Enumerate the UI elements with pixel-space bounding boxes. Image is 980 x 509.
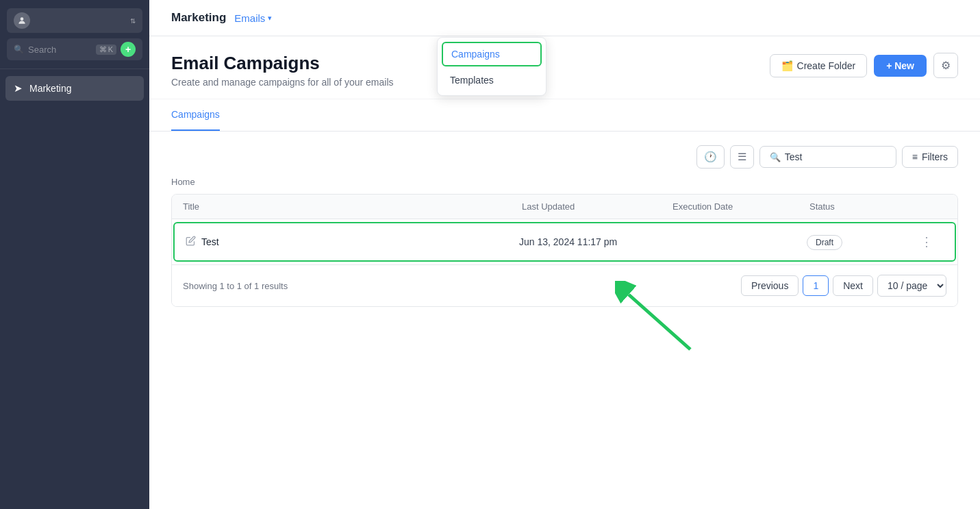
search-input-icon: 🔍 xyxy=(770,152,781,162)
campaigns-table: Title Last Updated Execution Date Status… xyxy=(171,194,958,307)
row-more-button[interactable]: ⋮ xyxy=(916,233,937,251)
settings-button[interactable]: ⚙ xyxy=(933,53,958,78)
previous-button[interactable]: Previous xyxy=(741,275,799,296)
folder-icon: 🗂️ xyxy=(781,60,793,71)
sidebar-item-label: Marketing xyxy=(29,83,71,94)
next-button[interactable]: Next xyxy=(833,275,873,296)
sidebar-add-button[interactable]: + xyxy=(121,42,136,57)
search-bar[interactable]: 🔍 Search ⌘ K + xyxy=(7,38,142,60)
table-row[interactable]: Test Jun 13, 2024 11:17 pm Draft ⋮ xyxy=(173,222,956,262)
new-button-label: + New xyxy=(886,60,914,71)
search-placeholder-text: Search xyxy=(28,45,92,55)
svg-point-0 xyxy=(21,17,24,21)
page-title-area: Email Campaigns Create and manage campai… xyxy=(171,53,394,88)
main-content: Marketing Emails ▾ Campaigns Templates E… xyxy=(149,0,980,509)
page-actions: 🗂️ Create Folder + New ⚙ xyxy=(770,53,958,78)
row-actions-cell: ⋮ xyxy=(916,233,944,251)
dropdown-chevron-icon: ▾ xyxy=(268,14,272,23)
dropdown-item-templates[interactable]: Templates xyxy=(438,68,546,92)
filters-label: Filters xyxy=(922,151,948,162)
header-status-col: Status xyxy=(809,201,919,212)
chevron-updown-icon: ⇅ xyxy=(130,17,136,25)
list-view-button[interactable]: ☰ xyxy=(730,145,754,169)
account-switcher[interactable]: ⇅ xyxy=(7,8,142,33)
filters-button[interactable]: ≡ Filters xyxy=(902,146,958,168)
table-header-row: Title Last Updated Execution Date Status xyxy=(172,195,957,219)
sidebar: ⇅ 🔍 Search ⌘ K + ➤ Marketing xyxy=(0,0,149,509)
row-status-cell: Draft xyxy=(807,236,916,247)
sidebar-item-marketing[interactable]: ➤ Marketing xyxy=(5,76,144,101)
search-input[interactable] xyxy=(785,151,867,162)
header-execution-date-col: Execution Date xyxy=(673,201,809,212)
gear-icon: ⚙ xyxy=(941,60,951,71)
sidebar-top: ⇅ 🔍 Search ⌘ K + xyxy=(0,0,149,69)
dropdown-item-campaigns[interactable]: Campaigns xyxy=(442,42,542,66)
search-box[interactable]: 🔍 xyxy=(759,146,896,168)
breadcrumb: Home xyxy=(171,177,958,187)
row-last-updated-cell: Jun 13, 2024 11:17 pm xyxy=(519,236,670,247)
per-page-select[interactable]: 10 / page xyxy=(877,275,946,297)
page-subtitle: Create and manage campaigns for all of y… xyxy=(171,77,394,88)
tab-campaigns[interactable]: Campaigns xyxy=(171,99,220,131)
tab-campaigns-label: Campaigns xyxy=(171,109,220,120)
row-title-cell: Test xyxy=(186,236,519,248)
pagination-bar: Showing 1 to 1 of 1 results Previous 1 N… xyxy=(172,264,957,306)
header-actions-col xyxy=(919,201,946,212)
top-header: Marketing Emails ▾ xyxy=(149,0,980,36)
emails-dropdown-trigger[interactable]: Emails ▾ xyxy=(234,12,272,24)
pagination-info: Showing 1 to 1 of 1 results xyxy=(183,281,288,291)
history-button[interactable]: 🕐 xyxy=(696,145,725,169)
toolbar: 🕐 ☰ 🔍 ≡ Filters xyxy=(171,145,958,169)
emails-dropdown-menu: Campaigns Templates xyxy=(437,37,546,96)
header-title: Marketing xyxy=(171,11,226,25)
k-key: K xyxy=(108,45,113,53)
pagination-controls: Previous 1 Next 10 / page xyxy=(741,275,946,297)
account-left xyxy=(14,12,30,29)
page-header: Email Campaigns Create and manage campai… xyxy=(149,36,980,99)
tabs-bar: Campaigns xyxy=(149,99,980,132)
status-badge: Draft xyxy=(807,235,842,250)
header-title-col: Title xyxy=(183,201,522,212)
avatar-icon xyxy=(14,12,30,29)
header-last-updated-col: Last Updated xyxy=(522,201,673,212)
create-folder-button[interactable]: 🗂️ Create Folder xyxy=(770,54,868,77)
new-button[interactable]: + New xyxy=(874,55,927,77)
emails-label: Emails xyxy=(234,12,265,24)
create-folder-label: Create Folder xyxy=(797,60,856,71)
edit-icon xyxy=(186,236,196,248)
page-1-button[interactable]: 1 xyxy=(803,275,829,296)
content-area: 🕐 ☰ 🔍 ≡ Filters Home Title Last Updated … xyxy=(149,132,980,509)
filter-icon: ≡ xyxy=(912,151,918,162)
campaigns-option-label: Campaigns xyxy=(451,49,500,60)
search-icon: 🔍 xyxy=(14,45,24,54)
cmd-symbol: ⌘ xyxy=(99,45,107,54)
page-title: Email Campaigns xyxy=(171,53,394,74)
list-icon: ☰ xyxy=(738,151,746,163)
search-shortcut-kbd: ⌘ K xyxy=(96,45,116,55)
sidebar-nav: ➤ Marketing xyxy=(0,69,149,509)
clock-icon: 🕐 xyxy=(704,151,717,163)
marketing-icon: ➤ xyxy=(14,82,23,95)
templates-option-label: Templates xyxy=(450,75,494,86)
row-title-text: Test xyxy=(201,236,219,247)
